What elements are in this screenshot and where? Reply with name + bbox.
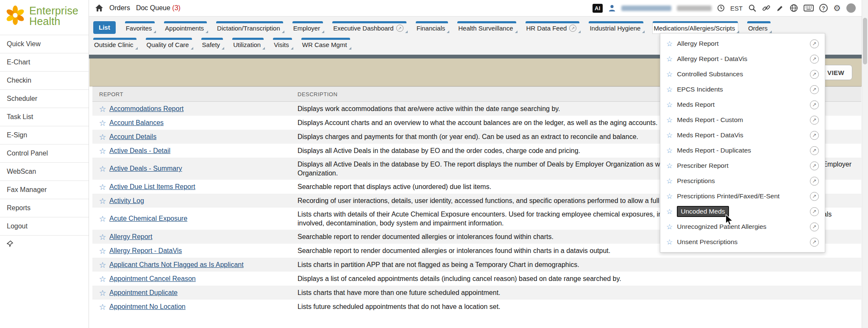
open-report-icon[interactable]: ↗ [810, 238, 819, 247]
menu-item-meds-report-duplicates[interactable]: ☆Meds Report - Duplicates↗ [660, 143, 825, 158]
tab-favorites[interactable]: Favorites [125, 21, 155, 33]
open-report-icon[interactable]: ↗ [810, 70, 819, 79]
menu-doc-queue[interactable]: Doc Queue (3) [136, 4, 181, 12]
favorite-star-icon[interactable]: ☆ [96, 260, 109, 270]
sidebar-item-task-list[interactable]: Task List [0, 108, 89, 126]
favorite-star-icon[interactable]: ☆ [666, 238, 673, 246]
open-report-icon[interactable]: ↗ [810, 146, 819, 155]
tab-medications-allergies-scripts[interactable]: Medications/Allergies/Scripts [653, 21, 738, 33]
user-icon[interactable] [608, 4, 616, 12]
sidebar-item-logout[interactable]: Logout [0, 217, 89, 236]
report-link[interactable]: Active Deals - Summary [109, 165, 182, 172]
menu-item-unsent-prescriptions[interactable]: ☆Unsent Prescriptions↗ [660, 234, 825, 250]
sidebar-item-webscan[interactable]: WebScan [0, 163, 89, 181]
edit-pencil-icon[interactable] [776, 4, 784, 12]
favorite-star-icon[interactable]: ☆ [666, 131, 673, 139]
menu-item-epcs-incidents[interactable]: ☆EPCS Incidents↗ [660, 82, 825, 97]
scrollbar-thumb[interactable] [863, 18, 867, 64]
ai-badge[interactable]: AI [593, 4, 603, 13]
menu-item-prescriptions-printed-faxed-e-sent[interactable]: ☆Prescriptions Printed/Faxed/E-Sent↗ [660, 189, 825, 204]
tab-hr-data-feed[interactable]: HR Data Feed↗ [526, 21, 580, 33]
open-report-icon[interactable]: ↗ [810, 192, 819, 201]
open-report-icon[interactable]: ↗ [810, 207, 819, 216]
link-icon[interactable] [762, 4, 771, 12]
favorite-star-icon[interactable]: ☆ [96, 302, 109, 311]
report-link[interactable]: Account Details [109, 133, 156, 141]
avatar[interactable] [846, 3, 856, 13]
help-icon[interactable]: ? [819, 4, 828, 12]
favorite-star-icon[interactable]: ☆ [96, 288, 109, 297]
tab-financials[interactable]: Financials [416, 21, 448, 33]
favorite-star-icon[interactable]: ☆ [666, 222, 673, 231]
tab-employer[interactable]: Employer [292, 21, 323, 33]
open-report-icon[interactable]: ↗ [810, 177, 819, 186]
settings-gear-icon[interactable]: ⚙ [833, 4, 841, 12]
sidebar-item-reports[interactable]: Reports [0, 199, 89, 217]
open-report-icon[interactable]: ↗ [810, 131, 819, 140]
report-link[interactable]: Accommodations Report [109, 105, 184, 113]
favorite-star-icon[interactable]: ☆ [96, 132, 109, 142]
tab-list[interactable]: List [93, 21, 116, 34]
menu-item-prescriber-report[interactable]: ☆Prescriber Report↗ [660, 158, 825, 173]
favorite-star-icon[interactable]: ☆ [666, 70, 673, 78]
menu-item-controlled-substances[interactable]: ☆Controlled Substances↗ [660, 67, 825, 82]
favorite-star-icon[interactable]: ☆ [666, 207, 673, 216]
favorite-star-icon[interactable]: ☆ [666, 39, 673, 48]
report-link[interactable]: Acute Chemical Exposure [109, 215, 187, 222]
favorite-star-icon[interactable]: ☆ [666, 85, 673, 94]
open-report-icon[interactable]: ↗ [810, 55, 819, 64]
tab-wr-case-mgmt[interactable]: WR Case Mgmt [301, 38, 350, 50]
favorite-star-icon[interactable]: ☆ [96, 104, 109, 114]
favorite-star-icon[interactable]: ☆ [96, 182, 109, 192]
sidebar-item-scheduler[interactable]: Scheduler [0, 90, 89, 108]
menu-item-meds-report-custom[interactable]: ☆Meds Report - Custom↗ [660, 112, 825, 128]
menu-item-allergy-report-datavis[interactable]: ☆Allergy Report - DataVis↗ [660, 51, 825, 67]
report-link[interactable]: Active Due List Items Report [109, 183, 195, 191]
open-report-icon[interactable]: ↗ [810, 116, 819, 125]
report-link[interactable]: Account Balances [109, 119, 164, 127]
tab-visits[interactable]: Visits [273, 38, 292, 50]
favorite-star-icon[interactable]: ☆ [96, 146, 109, 156]
sidebar-item-control-panel[interactable]: Control Panel [0, 145, 89, 163]
pin-button[interactable] [0, 236, 89, 253]
globe-icon[interactable] [790, 4, 798, 12]
open-report-icon[interactable]: ↗ [810, 100, 819, 109]
favorite-star-icon[interactable]: ☆ [666, 146, 673, 155]
sidebar-item-quick-view[interactable]: Quick View [0, 35, 89, 53]
report-link[interactable]: Appointment Cancel Reason [109, 275, 196, 283]
search-icon[interactable] [748, 4, 757, 12]
menu-item-meds-report[interactable]: ☆Meds Report↗ [660, 97, 825, 112]
menu-item-allergy-report[interactable]: ☆Allergy Report↗ [660, 36, 825, 51]
favorite-star-icon[interactable]: ☆ [666, 116, 673, 124]
report-link[interactable]: Appointment Duplicate [109, 289, 178, 297]
favorite-star-icon[interactable]: ☆ [666, 55, 673, 63]
favorite-star-icon[interactable]: ☆ [96, 274, 109, 284]
tab-industrial-hygiene[interactable]: Industrial Hygiene [589, 21, 643, 33]
open-report-icon[interactable]: ↗ [810, 85, 819, 94]
favorite-star-icon[interactable]: ☆ [96, 196, 109, 206]
sidebar-item-e-chart[interactable]: E-Chart [0, 53, 89, 72]
favorite-star-icon[interactable]: ☆ [666, 192, 673, 200]
favorite-star-icon[interactable]: ☆ [96, 214, 109, 223]
tab-dictation-transcription[interactable]: Dictation/Transcription [216, 21, 283, 33]
menu-item-uncoded-meds[interactable]: ☆Uncoded Meds↗ [660, 204, 825, 219]
report-link[interactable]: Active Deals - Detail [109, 147, 170, 155]
favorite-star-icon[interactable]: ☆ [666, 177, 673, 185]
report-link[interactable]: Appointment No Location [109, 303, 186, 311]
open-report-icon[interactable]: ↗ [810, 161, 819, 170]
tab-safety[interactable]: Safety [201, 38, 223, 50]
favorite-star-icon[interactable]: ☆ [96, 164, 109, 173]
menu-item-prescriptions[interactable]: ☆Prescriptions↗ [660, 173, 825, 189]
open-report-icon[interactable]: ↗ [810, 39, 819, 48]
tab-orders[interactable]: Orders [747, 21, 771, 33]
favorite-star-icon[interactable]: ☆ [96, 246, 109, 256]
favorite-star-icon[interactable]: ☆ [666, 161, 673, 170]
sidebar-item-fax-manager[interactable]: Fax Manager [0, 181, 89, 199]
report-link[interactable]: Applicant Charts Not Flagged as Is Appli… [109, 261, 244, 269]
favorite-star-icon[interactable]: ☆ [666, 100, 673, 109]
menu-item-meds-report-datavis[interactable]: ☆Meds Report - DataVis↗ [660, 128, 825, 143]
tab-utilization[interactable]: Utilization [232, 38, 264, 50]
tab-outside-clinic[interactable]: Outside Clinic [93, 38, 136, 50]
report-link[interactable]: Allergy Report - DataVis [109, 247, 182, 255]
favorite-star-icon[interactable]: ☆ [96, 118, 109, 128]
